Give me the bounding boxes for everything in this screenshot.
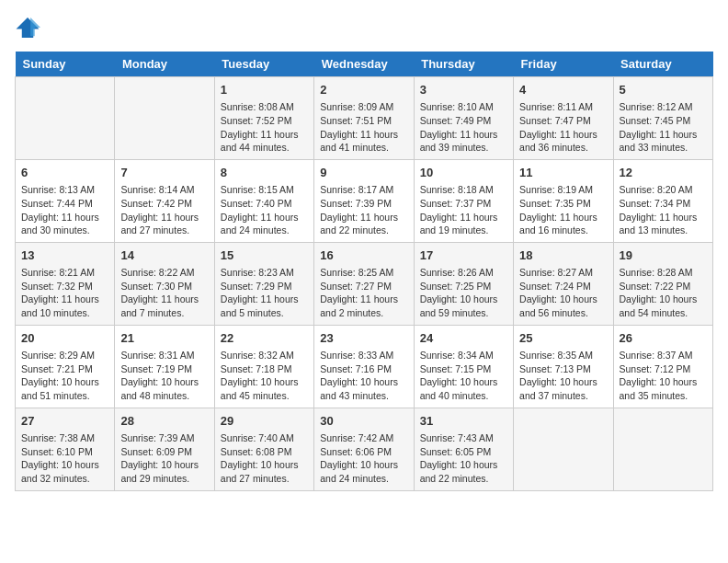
cell-info: Sunrise: 7:42 AM — [320, 431, 407, 445]
day-header-sunday: Sunday — [16, 52, 115, 77]
cell-info: Sunrise: 8:22 AM — [120, 266, 208, 280]
day-number: 19 — [620, 247, 707, 264]
cell-info: Sunset: 7:37 PM — [420, 197, 507, 211]
calendar-cell: 18Sunrise: 8:27 AMSunset: 7:24 PMDayligh… — [514, 242, 613, 325]
day-number: 29 — [221, 413, 308, 430]
calendar-cell: 5Sunrise: 8:12 AMSunset: 7:45 PMDaylight… — [613, 77, 712, 160]
day-number: 24 — [420, 330, 507, 347]
cell-info: Daylight: 11 hours and 5 minutes. — [221, 293, 308, 319]
cell-info: Sunset: 7:16 PM — [320, 362, 407, 376]
week-row-2: 6Sunrise: 8:13 AMSunset: 7:44 PMDaylight… — [16, 159, 713, 242]
cell-info: Sunrise: 8:20 AM — [620, 183, 707, 197]
cell-info: Sunset: 6:05 PM — [420, 445, 507, 459]
day-number: 15 — [221, 247, 308, 264]
cell-info: Daylight: 11 hours and 10 minutes. — [21, 293, 108, 319]
day-number: 8 — [221, 165, 308, 181]
cell-info: Sunset: 7:34 PM — [620, 197, 707, 211]
cell-info: Sunset: 7:39 PM — [320, 197, 407, 211]
cell-info: Sunrise: 8:37 AM — [620, 349, 707, 362]
cell-info: Sunset: 7:49 PM — [420, 114, 507, 128]
day-number: 26 — [620, 330, 707, 347]
cell-info: Sunrise: 8:26 AM — [420, 266, 507, 280]
cell-info: Sunset: 7:15 PM — [420, 362, 507, 376]
cell-info: Sunrise: 8:19 AM — [519, 183, 607, 197]
day-number: 20 — [21, 330, 108, 347]
day-header-monday: Monday — [115, 52, 214, 77]
cell-info: Sunrise: 8:27 AM — [519, 266, 607, 280]
day-header-saturday: Saturday — [613, 52, 712, 77]
calendar-cell: 24Sunrise: 8:34 AMSunset: 7:15 PMDayligh… — [414, 325, 513, 408]
day-number: 6 — [21, 165, 108, 181]
calendar-cell: 16Sunrise: 8:25 AMSunset: 7:27 PMDayligh… — [314, 242, 414, 325]
cell-info: Sunset: 7:27 PM — [320, 280, 407, 293]
day-number: 23 — [320, 330, 407, 347]
calendar-cell — [514, 408, 613, 490]
cell-info: Sunrise: 8:32 AM — [221, 349, 308, 362]
day-header-thursday: Thursday — [414, 52, 513, 77]
calendar-cell: 2Sunrise: 8:09 AMSunset: 7:51 PMDaylight… — [314, 77, 414, 160]
day-header-friday: Friday — [514, 52, 613, 77]
cell-info: Sunset: 7:22 PM — [620, 280, 707, 293]
day-number: 2 — [320, 82, 407, 98]
cell-info: Sunrise: 8:31 AM — [120, 349, 208, 362]
week-row-1: 1Sunrise: 8:08 AMSunset: 7:52 PMDaylight… — [16, 77, 713, 160]
calendar-cell: 23Sunrise: 8:33 AMSunset: 7:16 PMDayligh… — [314, 325, 414, 408]
calendar-cell: 14Sunrise: 8:22 AMSunset: 7:30 PMDayligh… — [115, 242, 214, 325]
cell-info: Daylight: 10 hours and 37 minutes. — [519, 375, 607, 402]
svg-marker-1 — [30, 17, 40, 36]
cell-info: Sunset: 7:19 PM — [120, 362, 208, 376]
day-number: 5 — [620, 82, 707, 98]
cell-info: Sunrise: 8:29 AM — [21, 349, 108, 362]
day-number: 27 — [21, 413, 108, 430]
cell-info: Sunrise: 8:09 AM — [320, 100, 407, 114]
calendar-cell: 30Sunrise: 7:42 AMSunset: 6:06 PMDayligh… — [314, 408, 414, 490]
day-number: 10 — [420, 165, 507, 181]
day-number: 16 — [320, 247, 407, 264]
calendar-cell: 15Sunrise: 8:23 AMSunset: 7:29 PMDayligh… — [214, 242, 313, 325]
cell-info: Daylight: 10 hours and 24 minutes. — [320, 458, 407, 485]
day-number: 31 — [420, 413, 507, 430]
cell-info: Sunrise: 8:23 AM — [221, 266, 308, 280]
cell-info: Daylight: 10 hours and 43 minutes. — [320, 375, 407, 402]
calendar-cell — [16, 77, 115, 160]
cell-info: Sunrise: 8:33 AM — [320, 349, 407, 362]
calendar-table: SundayMondayTuesdayWednesdayThursdayFrid… — [15, 52, 713, 491]
cell-info: Daylight: 10 hours and 51 minutes. — [21, 375, 108, 402]
cell-info: Sunrise: 8:11 AM — [519, 100, 607, 114]
cell-info: Sunset: 7:51 PM — [320, 114, 407, 128]
cell-info: Sunrise: 8:17 AM — [320, 183, 407, 197]
day-header-tuesday: Tuesday — [214, 52, 313, 77]
calendar-cell: 25Sunrise: 8:35 AMSunset: 7:13 PMDayligh… — [514, 325, 613, 408]
cell-info: Sunset: 7:29 PM — [221, 280, 308, 293]
cell-info: Sunrise: 7:40 AM — [221, 431, 308, 445]
cell-info: Sunset: 7:30 PM — [120, 280, 208, 293]
day-number: 9 — [320, 165, 407, 181]
cell-info: Sunset: 7:35 PM — [519, 197, 607, 211]
cell-info: Sunset: 6:09 PM — [120, 445, 208, 459]
calendar-cell: 4Sunrise: 8:11 AMSunset: 7:47 PMDaylight… — [514, 77, 613, 160]
cell-info: Sunset: 7:32 PM — [21, 280, 108, 293]
calendar-cell — [613, 408, 712, 490]
week-row-3: 13Sunrise: 8:21 AMSunset: 7:32 PMDayligh… — [16, 242, 713, 325]
calendar-cell: 1Sunrise: 8:08 AMSunset: 7:52 PMDaylight… — [214, 77, 313, 160]
cell-info: Sunset: 7:25 PM — [420, 280, 507, 293]
week-row-5: 27Sunrise: 7:38 AMSunset: 6:10 PMDayligh… — [16, 408, 713, 490]
days-header-row: SundayMondayTuesdayWednesdayThursdayFrid… — [16, 52, 713, 77]
calendar-cell — [115, 77, 214, 160]
cell-info: Sunset: 7:24 PM — [519, 280, 607, 293]
cell-info: Sunrise: 8:13 AM — [21, 183, 108, 197]
day-number: 21 — [120, 330, 208, 347]
cell-info: Daylight: 11 hours and 27 minutes. — [120, 211, 208, 237]
cell-info: Daylight: 11 hours and 41 minutes. — [320, 128, 407, 155]
day-number: 3 — [420, 82, 507, 98]
cell-info: Sunset: 7:13 PM — [519, 362, 607, 376]
calendar-cell: 6Sunrise: 8:13 AMSunset: 7:44 PMDaylight… — [16, 159, 115, 242]
cell-info: Daylight: 11 hours and 19 minutes. — [420, 211, 507, 237]
cell-info: Sunrise: 7:43 AM — [420, 431, 507, 445]
cell-info: Sunrise: 8:35 AM — [519, 349, 607, 362]
cell-info: Daylight: 11 hours and 2 minutes. — [320, 293, 407, 319]
cell-info: Sunrise: 8:12 AM — [620, 100, 707, 114]
cell-info: Sunrise: 8:15 AM — [221, 183, 308, 197]
calendar-cell: 13Sunrise: 8:21 AMSunset: 7:32 PMDayligh… — [16, 242, 115, 325]
cell-info: Sunset: 7:44 PM — [21, 197, 108, 211]
